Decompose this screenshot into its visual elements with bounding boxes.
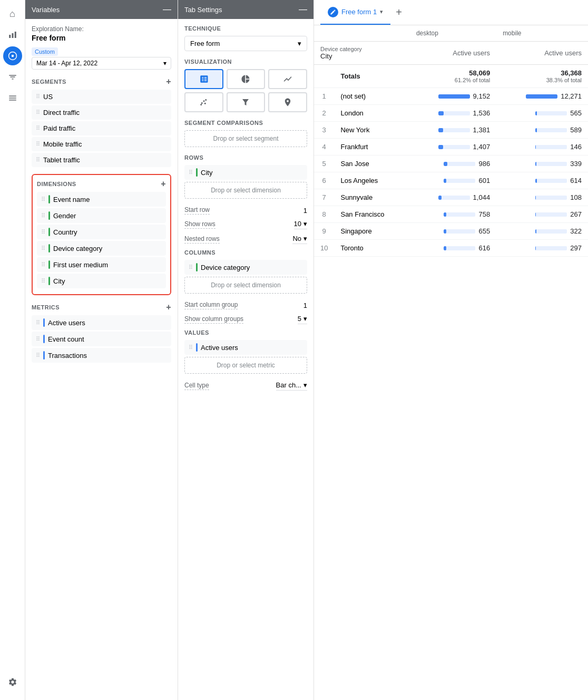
mobile-value: 339 [570, 160, 582, 168]
explore-icon[interactable] [3, 46, 22, 65]
value-drop-zone[interactable]: Drop or select metric [184, 357, 307, 374]
viz-donut-button[interactable] [227, 69, 266, 89]
mobile-active-users-label: Active users [544, 49, 582, 57]
segment-item-paid-traffic[interactable]: ⠿ Paid traffic [32, 121, 171, 135]
segment-label: US [43, 93, 53, 101]
technique-dropdown[interactable]: Free form ▾ [184, 36, 307, 51]
viz-table-button[interactable] [184, 69, 223, 89]
settings-icon[interactable] [3, 673, 22, 692]
exploration-name: Free form [32, 34, 171, 42]
column-drop-placeholder: Drop or select dimension [211, 281, 281, 289]
segment-label: Paid traffic [43, 124, 75, 132]
viz-funnel-button[interactable] [227, 92, 266, 112]
start-row-row: Start row 1 [184, 206, 307, 215]
add-dimension-button[interactable]: + [161, 179, 166, 189]
svg-point-4 [11, 55, 14, 57]
desktop-value-cell: 1,044 [410, 189, 496, 206]
list-icon[interactable] [3, 89, 22, 108]
value-drop-placeholder: Drop or select metric [217, 362, 275, 369]
row-number: 3 [314, 122, 334, 139]
segment-comparison-drop-zone[interactable]: Drop or select segment [184, 130, 307, 147]
tab-free-form-1[interactable]: Free form 1 ▾ [320, 1, 390, 25]
mobile-value-cell: 12,271 [496, 88, 588, 105]
tab-settings-minimize-button[interactable]: — [299, 5, 307, 14]
drag-handle-icon: ⠿ [41, 229, 45, 236]
totals-mobile-cell: 36,368 38.3% of total [496, 65, 588, 88]
table-row: 6 Los Angeles 601 614 [314, 172, 588, 189]
cell-type-select[interactable]: Bar ch... ▾ [276, 381, 307, 391]
mobile-group-header: mobile [496, 25, 588, 42]
segment-label: Tablet traffic [43, 156, 80, 164]
drag-handle-icon: ⠿ [36, 352, 40, 359]
city-cell: San Jose [334, 155, 409, 172]
date-badge: Custom [32, 47, 58, 56]
tab-name: Free form 1 [341, 8, 377, 16]
mobile-value: 322 [570, 227, 582, 235]
chevron-down-icon: ▾ [303, 235, 307, 242]
home-icon[interactable]: ⌂ [3, 4, 22, 23]
desktop-value: 1,381 [473, 126, 491, 134]
metric-item-transactions[interactable]: ⠿ Transactions [32, 348, 171, 363]
mobile-value-cell: 297 [496, 240, 588, 257]
mobile-value-cell: 565 [496, 105, 588, 122]
segment-item-tablet-traffic[interactable]: ⠿ Tablet traffic [32, 153, 171, 167]
add-tab-button[interactable]: + [390, 2, 407, 23]
column-drop-zone[interactable]: Drop or select dimension [184, 277, 307, 294]
row-number: 8 [314, 206, 334, 223]
mobile-value: 12,271 [561, 92, 582, 100]
rows-label: ROWS [184, 154, 307, 161]
metric-item-event-count[interactable]: ⠿ Event count [32, 332, 171, 346]
variables-minimize-button[interactable]: — [163, 5, 171, 14]
drag-handle-icon: ⠿ [189, 264, 193, 271]
dimension-color-bar [48, 244, 50, 252]
metric-label: Transactions [48, 352, 87, 359]
dimension-item-first-user-medium[interactable]: ⠿ First user medium [37, 257, 166, 272]
city-cell: Sunnyvale [334, 189, 409, 206]
row-drop-zone[interactable]: Drop or select dimension [184, 182, 307, 199]
row-dimension-city[interactable]: ⠿ City [184, 165, 307, 180]
segment-item-mobile-traffic[interactable]: ⠿ Mobile traffic [32, 137, 171, 151]
show-rows-select[interactable]: 10 ▾ [294, 220, 307, 229]
show-rows-label: Show rows [184, 220, 215, 229]
table-row: 3 New York 1,381 589 [314, 122, 588, 139]
dimension-item-event-name[interactable]: ⠿ Event name [37, 192, 166, 207]
value-metric-active-users[interactable]: ⠿ Active users [184, 340, 307, 355]
segment-item-us[interactable]: ⠿ US [32, 90, 171, 104]
segments-section-header: SEGMENTS + [32, 77, 171, 86]
desktop-value-cell: 758 [410, 206, 496, 223]
nested-rows-row: Nested rows No ▾ [184, 235, 307, 244]
city-cell: London [334, 105, 409, 122]
date-range-selector[interactable]: Mar 14 - Apr 12, 2022 ▾ [32, 57, 171, 70]
dimension-item-device-category[interactable]: ⠿ Device category [37, 241, 166, 256]
desktop-value-cell: 986 [410, 155, 496, 172]
report-table: desktop mobile Device category City Acti… [314, 25, 588, 257]
start-column-group-row: Start column group 1 [184, 301, 307, 309]
dimension-item-city[interactable]: ⠿ City [37, 274, 166, 288]
drag-handle-icon: ⠿ [41, 261, 45, 268]
chart-icon[interactable] [3, 25, 22, 44]
city-column-header: Device category City [314, 42, 410, 65]
add-metric-button[interactable]: + [166, 303, 171, 312]
drag-handle-icon: ⠿ [189, 169, 193, 176]
start-column-group-label: Start column group [184, 301, 238, 309]
tab-icon [328, 7, 338, 17]
viz-map-button[interactable] [268, 92, 307, 112]
metric-item-active-users[interactable]: ⠿ Active users [32, 315, 171, 330]
nested-rows-select[interactable]: No ▾ [292, 235, 307, 244]
desktop-bar [444, 179, 475, 183]
dimension-item-gender[interactable]: ⠿ Gender [37, 208, 166, 223]
segment-item-direct-traffic[interactable]: ⠿ Direct traffic [32, 105, 171, 120]
drag-handle-icon: ⠿ [41, 212, 45, 219]
column-dimension-device-category[interactable]: ⠿ Device category [184, 260, 307, 275]
drag-handle-icon: ⠿ [36, 109, 40, 116]
drag-handle-icon: ⠿ [36, 93, 40, 100]
cell-type-value: Bar ch... [276, 381, 301, 389]
viz-line-button[interactable] [268, 69, 307, 89]
dimension-color-bar [48, 260, 50, 269]
viz-scatter-button[interactable] [184, 92, 223, 112]
dimension-item-country[interactable]: ⠿ Country [37, 225, 166, 239]
filter-icon[interactable] [3, 67, 22, 86]
add-segment-button[interactable]: + [166, 77, 171, 86]
show-column-groups-select[interactable]: 5 ▾ [298, 315, 307, 324]
visualization-label: VISUALIZATION [184, 59, 307, 65]
